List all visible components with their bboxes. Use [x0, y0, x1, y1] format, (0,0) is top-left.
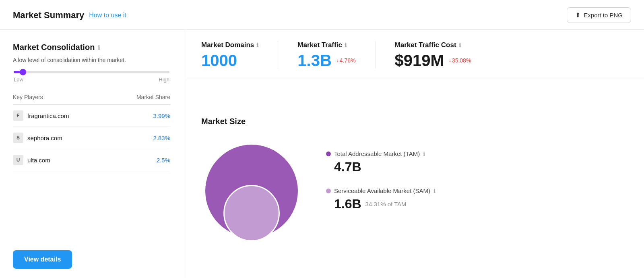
key-players-label: Key Players: [13, 94, 43, 100]
market-size-title: Market Size: [201, 117, 302, 126]
player-left-0: F fragrantica.com: [13, 110, 69, 121]
domain-name-0: fragrantica.com: [27, 112, 69, 119]
market-share-1: 2.83%: [153, 135, 170, 141]
sam-sub: 34.31% of TAM: [365, 201, 407, 207]
page-title: Market Summary: [13, 10, 84, 21]
domains-info-icon[interactable]: ℹ: [256, 42, 258, 48]
table-row: F fragrantica.com 3.99%: [13, 105, 170, 127]
stats-row: Market Domains ℹ 1000 Market Traffic ℹ 1…: [185, 30, 644, 80]
tam-info-icon[interactable]: ℹ: [423, 151, 425, 157]
export-label: Export to PNG: [584, 12, 623, 19]
venn-diagram: [201, 141, 302, 245]
traffic-cost-value-row: $919M ↓ 35.08%: [395, 52, 471, 68]
consolidation-info-icon[interactable]: ℹ: [98, 44, 100, 51]
sam-value: 1.6B 34.31% of TAM: [326, 197, 436, 212]
view-details-button[interactable]: View details: [13, 250, 72, 269]
stat-traffic: Market Traffic ℹ 1.3B ↓ 4.76%: [278, 41, 375, 68]
market-size-section: Market Size Total Addressable Market (TA…: [185, 80, 644, 278]
traffic-cost-value: $919M: [395, 52, 444, 68]
domains-label: Market Domains ℹ: [201, 41, 258, 49]
traffic-change: ↓ 4.76%: [336, 57, 356, 64]
header-left: Market Summary How to use it: [13, 10, 126, 21]
market-share-0: 3.99%: [153, 112, 170, 119]
market-size-wrapper: Market Size: [201, 117, 302, 245]
tam-dot: [326, 151, 331, 156]
domain-name-1: sephora.com: [27, 135, 62, 141]
domains-value: 1000: [201, 52, 237, 68]
consolidation-slider[interactable]: Low High: [13, 71, 170, 83]
slider-track: [14, 71, 169, 73]
sam-metric: Serviceable Available Market (SAM) ℹ 1.6…: [326, 187, 436, 212]
slider-thumb: [20, 69, 26, 75]
table-row: S sephora.com 2.83%: [13, 127, 170, 149]
tam-label: Total Addressable Market (TAM): [334, 150, 420, 157]
slider-labels: Low High: [14, 77, 169, 83]
export-button[interactable]: ⬆ Export to PNG: [567, 7, 631, 23]
domains-value-row: 1000: [201, 52, 258, 68]
stat-domains: Market Domains ℹ 1000: [201, 41, 278, 68]
venn-inner-circle: [223, 185, 280, 241]
market-size-right: Total Addressable Market (TAM) ℹ 4.7B Se…: [326, 150, 436, 212]
traffic-cost-change: ↓ 35.08%: [449, 57, 471, 64]
sam-label-row: Serviceable Available Market (SAM) ℹ: [326, 187, 436, 194]
export-icon: ⬆: [575, 11, 580, 19]
tam-value: 4.7B: [326, 160, 436, 174]
player-left-2: U ulta.com: [13, 155, 50, 165]
market-share-2: 2.5%: [157, 157, 170, 164]
sam-label: Serviceable Available Market (SAM): [334, 187, 430, 194]
traffic-label: Market Traffic ℹ: [297, 41, 355, 49]
page-header: Market Summary How to use it ⬆ Export to…: [0, 0, 644, 30]
kp-header: Key Players Market Share: [13, 94, 170, 105]
traffic-value-row: 1.3B ↓ 4.76%: [297, 52, 355, 68]
left-panel: Market Consolidation ℹ A low level of co…: [0, 30, 185, 278]
slider-high-label: High: [159, 77, 169, 83]
sam-info-icon[interactable]: ℹ: [433, 188, 436, 194]
traffic-info-icon[interactable]: ℹ: [345, 42, 347, 48]
consolidation-title: Market Consolidation: [13, 43, 95, 52]
consolidation-section: Market Consolidation ℹ: [13, 43, 170, 52]
tam-label-row: Total Addressable Market (TAM) ℹ: [326, 150, 436, 157]
consolidation-description: A low level of consolidation within the …: [13, 56, 170, 64]
domain-icon-1: S: [13, 133, 23, 143]
tam-metric: Total Addressable Market (TAM) ℹ 4.7B: [326, 150, 436, 174]
main-content: Market Consolidation ℹ A low level of co…: [0, 30, 644, 278]
traffic-cost-label: Market Traffic Cost ℹ: [395, 41, 471, 49]
traffic-arrow: ↓: [336, 58, 339, 63]
stat-traffic-cost: Market Traffic Cost ℹ $919M ↓ 35.08%: [375, 41, 491, 68]
domain-name-2: ulta.com: [27, 157, 50, 164]
traffic-cost-arrow: ↓: [449, 58, 451, 63]
right-panel: Market Domains ℹ 1000 Market Traffic ℹ 1…: [185, 30, 644, 278]
how-to-use-link[interactable]: How to use it: [89, 12, 126, 19]
market-share-label: Market Share: [136, 94, 170, 100]
table-row: U ulta.com 2.5%: [13, 149, 170, 171]
player-left-1: S sephora.com: [13, 133, 62, 143]
domain-icon-0: F: [13, 110, 23, 121]
traffic-cost-info-icon[interactable]: ℹ: [459, 42, 461, 48]
traffic-value: 1.3B: [297, 52, 332, 68]
domain-icon-2: U: [13, 155, 23, 165]
sam-dot: [326, 189, 331, 193]
key-players-section: Key Players Market Share F fragrantica.c…: [13, 94, 170, 239]
slider-low-label: Low: [14, 77, 23, 83]
